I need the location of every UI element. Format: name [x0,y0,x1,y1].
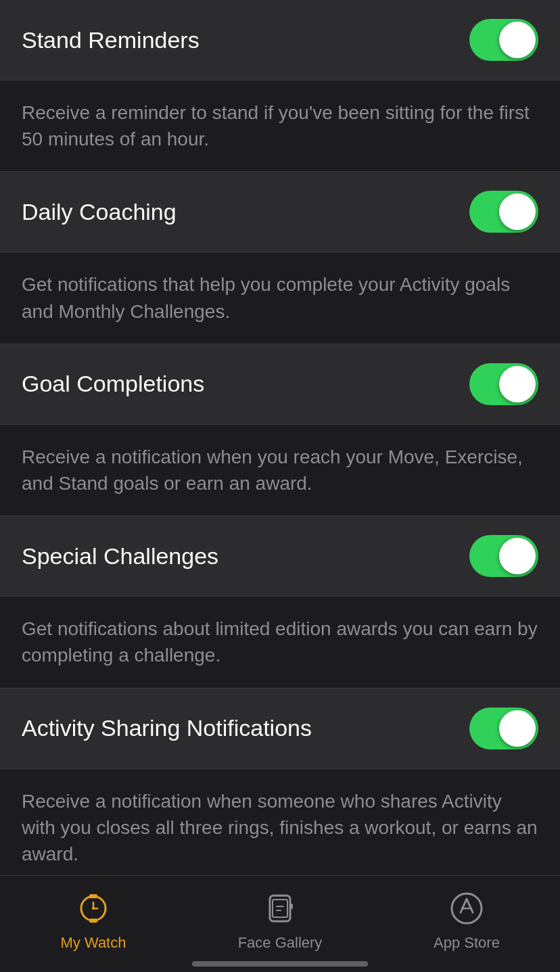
special-challenges-row: Special Challenges [0,516,560,597]
svg-rect-8 [290,904,293,909]
svg-point-5 [92,907,95,910]
home-indicator [192,961,368,967]
svg-rect-2 [89,919,97,923]
my-watch-icon [73,888,114,929]
toggle-thumb [499,538,536,574]
tab-app-store[interactable]: App Store [373,888,560,952]
tab-my-watch[interactable]: My Watch [0,888,187,952]
stand-reminders-row: Stand Reminders [0,0,560,80]
toggle-thumb [499,710,536,747]
tab-face-gallery[interactable]: Face Gallery [187,888,373,952]
activity-sharing-description-row: Receive a notification when someone who … [0,769,560,887]
face-gallery-icon [260,888,300,929]
settings-list: Stand Reminders Receive a reminder to st… [0,0,560,972]
activity-sharing-toggle[interactable] [469,708,538,749]
daily-coaching-description: Get notifications that help you complete… [22,274,510,321]
stand-reminders-description: Receive a reminder to stand if you've be… [22,102,530,149]
goal-completions-label: Goal Completions [22,371,204,397]
special-challenges-label: Special Challenges [22,543,218,570]
goal-completions-description-row: Receive a notification when you reach yo… [0,425,560,516]
goal-completions-row: Goal Completions [0,344,560,425]
svg-rect-1 [89,894,97,898]
special-challenges-toggle[interactable] [469,535,538,577]
activity-sharing-description: Receive a notification when someone who … [22,791,538,864]
daily-coaching-label: Daily Coaching [22,199,177,225]
app-store-tab-label: App Store [434,934,500,952]
special-challenges-description: Get notifications about limited edition … [22,618,538,666]
stand-reminders-description-row: Receive a reminder to stand if you've be… [0,80,560,172]
daily-coaching-row: Daily Coaching [0,172,560,252]
goal-completions-description: Receive a notification when you reach yo… [22,446,523,494]
stand-reminders-toggle[interactable] [469,19,538,61]
my-watch-tab-label: My Watch [61,934,126,952]
toggle-thumb [499,366,536,402]
svg-rect-7 [273,900,287,917]
toggle-thumb [499,193,536,230]
daily-coaching-description-row: Get notifications that help you complete… [0,252,560,344]
special-challenges-description-row: Get notifications about limited edition … [0,597,560,688]
toggle-thumb [499,22,536,58]
activity-sharing-row: Activity Sharing Notifications [0,689,560,769]
stand-reminders-label: Stand Reminders [22,27,200,53]
goal-completions-toggle[interactable] [469,363,538,405]
activity-sharing-label: Activity Sharing Notifications [22,715,312,741]
face-gallery-tab-label: Face Gallery [238,934,323,952]
tab-bar: My Watch Face Gallery [0,875,560,972]
app-store-icon [446,888,487,929]
daily-coaching-toggle[interactable] [469,191,538,233]
